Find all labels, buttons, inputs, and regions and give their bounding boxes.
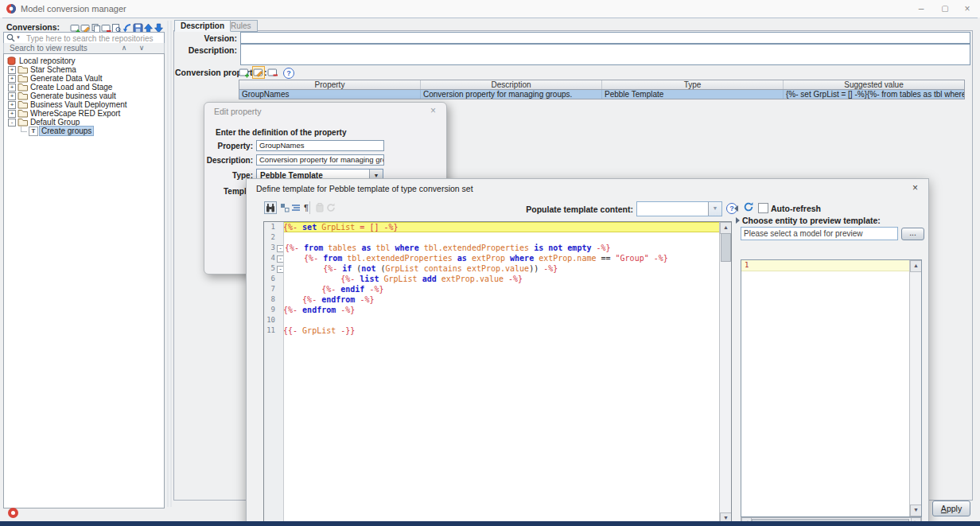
- expand-all-icon[interactable]: ∨: [136, 43, 147, 53]
- reset-button: [325, 202, 336, 213]
- refresh-preview-button[interactable]: [743, 201, 754, 214]
- column-header[interactable]: Suggested value: [784, 80, 964, 89]
- close-icon[interactable]: ×: [430, 105, 436, 116]
- lines-icon: [290, 205, 301, 215]
- editor-line[interactable]: 10: [264, 315, 731, 325]
- fold-gutter: [276, 315, 283, 325]
- minimize-button[interactable]: –: [912, 0, 931, 18]
- expand-right-icon[interactable]: [736, 217, 740, 224]
- version-input[interactable]: [240, 32, 970, 44]
- editor-line[interactable]: 8 {%- endfrom -%}: [264, 294, 731, 305]
- expander-icon[interactable]: +: [8, 75, 16, 83]
- editor-line[interactable]: 5- {%- if (not (GrpList contains extProp…: [264, 263, 731, 274]
- template-icon: T: [29, 127, 38, 136]
- toolbar-separator: [309, 201, 310, 214]
- expander-icon[interactable]: +: [8, 101, 16, 109]
- expander-icon[interactable]: +: [8, 110, 16, 118]
- expander-icon[interactable]: +: [8, 66, 16, 74]
- preview-vertical-scrollbar[interactable]: ▲ ▼: [909, 260, 921, 516]
- edit-property-button[interactable]: [253, 67, 264, 78]
- repository-tree: Local repository + Star Schema + Generat…: [3, 53, 165, 508]
- title-bar: Model conversion manager – ▢ ×: [0, 0, 980, 18]
- editor-line[interactable]: 7 {%- endif -%}: [264, 284, 731, 294]
- fold-gutter: [276, 284, 283, 294]
- editor-line[interactable]: 9{%- endfrom -%}: [264, 305, 731, 315]
- expander-icon[interactable]: +: [8, 84, 16, 92]
- folder-icon: [18, 118, 28, 127]
- scroll-up-icon[interactable]: ▲: [910, 260, 922, 272]
- editor-line[interactable]: 1{%- set GrpList = [] -%}: [264, 222, 731, 232]
- code-text: {%- from tables as tbl where tbl.extende…: [285, 243, 731, 253]
- folder-icon: [18, 74, 28, 83]
- editor-vertical-scrollbar[interactable]: ▲ ▼: [719, 222, 731, 524]
- properties-help-icon[interactable]: ?: [283, 68, 294, 79]
- collapse-left-icon[interactable]: [734, 205, 738, 212]
- scrollbar-thumb[interactable]: [721, 233, 731, 262]
- code-text: {%- if (not (GrpList contains extProp.va…: [285, 263, 731, 274]
- tree-item-create-load-and-stage[interactable]: + Create Load and Stage: [4, 83, 162, 92]
- dialog-heading: Enter the definition of the property: [216, 128, 346, 137]
- tree-item-create-groups[interactable]: T Create groups: [4, 127, 162, 135]
- tab-description[interactable]: Description: [174, 20, 231, 32]
- line-number: 8: [264, 294, 276, 305]
- editor-line[interactable]: 6 {%- list GrpList add extProp.value -%}: [264, 274, 731, 284]
- editor-line[interactable]: 4- {%- from tbl.extendedProperties as ex…: [264, 253, 731, 263]
- add-property-button[interactable]: [239, 67, 250, 78]
- cell-type: Pebble Template: [602, 90, 784, 99]
- close-button[interactable]: ×: [958, 0, 977, 18]
- code-text: [283, 315, 731, 325]
- find-button[interactable]: [265, 202, 276, 213]
- description-input[interactable]: Conversion property for managing groups.: [256, 154, 384, 166]
- repository-search-box[interactable]: ▼: [3, 32, 165, 44]
- tree-item-wherescape-red-export[interactable]: + WhereScape RED Export: [4, 109, 162, 118]
- refresh-icon: [743, 205, 754, 214]
- tree-item-generate-business-vault[interactable]: + Generate business vault: [4, 92, 162, 100]
- column-header[interactable]: Property: [239, 80, 421, 89]
- preview-line-1: 1: [741, 260, 910, 271]
- apply-button[interactable]: Apply: [932, 501, 970, 516]
- editor-line[interactable]: 11{{- GrpList -}}: [264, 325, 731, 336]
- template-preview-pane[interactable]: 1 ▲ ▼: [741, 259, 922, 517]
- code-text: {{- GrpList -}}: [283, 325, 731, 336]
- editor-line[interactable]: 2: [264, 232, 731, 243]
- paste-icon: [314, 205, 325, 215]
- expander-icon[interactable]: -: [8, 119, 16, 127]
- line-number: 7: [264, 284, 276, 294]
- selected-tree-label: Create groups: [40, 127, 93, 135]
- close-icon[interactable]: ×: [912, 182, 918, 193]
- editor-line[interactable]: 3-{%- from tables as tbl where tbl.exten…: [264, 243, 731, 253]
- tree-item-business-vault-deployment[interactable]: + Business Vault Deployment: [4, 100, 162, 109]
- template-code-editor[interactable]: 1{%- set GrpList = [] -%}23-{%- from tab…: [263, 221, 732, 525]
- column-header[interactable]: Description: [421, 80, 602, 89]
- description-label: Description:: [173, 45, 237, 55]
- folder-icon: [18, 100, 28, 109]
- scroll-down-icon[interactable]: ▼: [910, 505, 922, 516]
- panel-splitter[interactable]: [165, 21, 172, 507]
- goto-structure-button[interactable]: [279, 202, 290, 213]
- table-row-groupnames[interactable]: GroupNames Conversion property for manag…: [239, 90, 964, 99]
- column-header[interactable]: Type: [602, 80, 784, 89]
- tree-item-generate-data-vault[interactable]: + Generate Data Vault: [4, 74, 162, 83]
- auto-refresh-checkbox[interactable]: [758, 203, 768, 213]
- scroll-up-icon[interactable]: ▲: [720, 222, 732, 234]
- tree-item-local-repository[interactable]: Local repository: [4, 56, 162, 65]
- entity-input[interactable]: Please select a model for preview: [741, 227, 898, 240]
- expander-icon[interactable]: +: [8, 92, 16, 100]
- tree-item-star-schema[interactable]: + Star Schema: [4, 65, 162, 74]
- property-input[interactable]: GroupNames: [256, 140, 384, 151]
- indent-guides-button[interactable]: [290, 202, 301, 213]
- maximize-button[interactable]: ▢: [935, 0, 955, 18]
- folder-icon: [18, 83, 28, 92]
- status-help-icon[interactable]: [8, 508, 18, 518]
- replace-button: [314, 202, 325, 213]
- fold-gutter: [276, 305, 283, 315]
- description-input[interactable]: [240, 44, 970, 65]
- browse-button[interactable]: ...: [901, 228, 924, 240]
- tree-item-default-group[interactable]: - Default Group: [4, 118, 162, 127]
- table-header-row: Property Description Type Suggested valu…: [239, 80, 964, 90]
- collapse-all-icon[interactable]: ∧: [119, 43, 130, 53]
- folder-icon: [18, 109, 28, 118]
- populate-combobox[interactable]: ▼: [636, 201, 722, 216]
- delete-property-button[interactable]: [267, 67, 278, 78]
- cell-property: GroupNames: [239, 90, 421, 99]
